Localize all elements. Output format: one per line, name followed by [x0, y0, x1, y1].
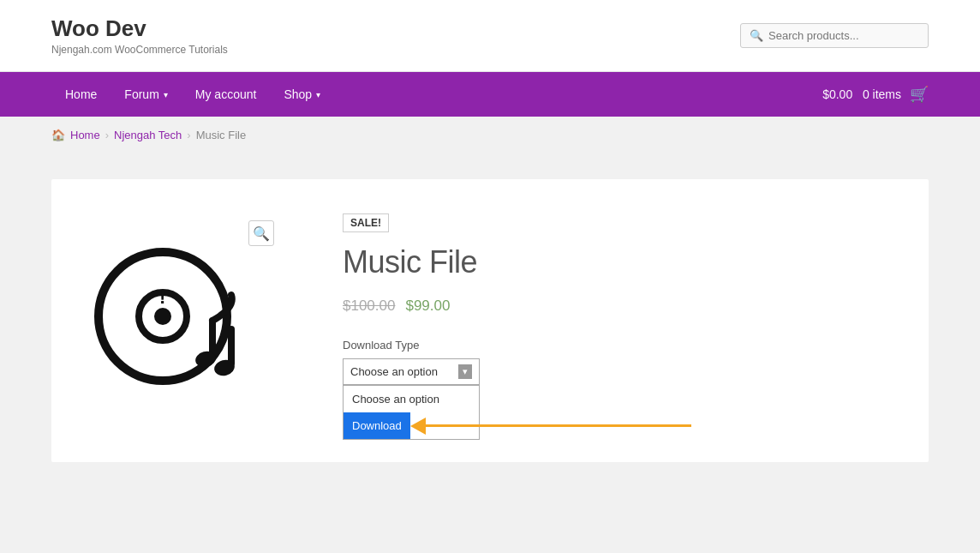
dropdown-item-download-row: Download — [344, 412, 479, 439]
download-type-select[interactable]: Choose an option ▾ — [343, 358, 480, 385]
cart-area[interactable]: $0.00 0 items 🛒 — [822, 85, 929, 104]
select-chevron-icon: ▾ — [458, 364, 472, 379]
breadcrumb-home-link[interactable]: Home — [70, 129, 100, 141]
forum-chevron-icon: ▾ — [164, 90, 168, 99]
music-cd-icon: ! — [86, 222, 257, 394]
search-input[interactable] — [768, 29, 919, 42]
site-header: Woo Dev Njengah.com WooCommerce Tutorial… — [0, 0, 980, 72]
product-info: SALE! Music File $100.00 $99.00 Download… — [343, 213, 903, 428]
breadcrumb-sep-2: › — [187, 129, 190, 141]
sale-badge: SALE! — [343, 213, 389, 232]
breadcrumb: 🏠 Home › Njengah Tech › Music File — [0, 117, 980, 153]
search-box[interactable]: 🔍 — [740, 23, 929, 48]
nav-item-shop[interactable]: Shop ▾ — [270, 72, 334, 117]
dropdown-item-choose[interactable]: Choose an option — [344, 386, 479, 412]
nav-item-myaccount[interactable]: My account — [182, 72, 271, 117]
dropdown-menu: Choose an option Download — [343, 385, 480, 440]
price-area: $100.00 $99.00 — [343, 298, 903, 315]
svg-point-2 — [154, 308, 171, 325]
main-nav: Home Forum ▾ My account Shop ▾ $0.00 0 i… — [0, 72, 980, 117]
orange-arrow — [410, 418, 691, 435]
product-image-area: 🔍 ! — [77, 213, 300, 428]
nav-item-home[interactable]: Home — [51, 72, 111, 117]
cart-price: $0.00 0 items — [822, 87, 901, 101]
arrow-head-icon — [410, 418, 426, 435]
arrow-line — [426, 424, 691, 427]
breadcrumb-sep-1: › — [105, 129, 109, 141]
shop-chevron-icon: ▾ — [316, 90, 320, 99]
sale-price: $99.00 — [405, 298, 450, 315]
product-card: 🔍 ! — [51, 179, 929, 462]
search-icon: 🔍 — [750, 29, 763, 42]
site-logo: Woo Dev Njengah.com WooCommerce Tutorial… — [51, 15, 228, 56]
svg-text:!: ! — [159, 286, 165, 308]
dropdown-item-download[interactable]: Download — [344, 412, 410, 439]
breadcrumb-njengah-link[interactable]: Njengah Tech — [114, 129, 182, 141]
site-name: Woo Dev — [51, 15, 228, 42]
cart-icon: 🛒 — [910, 85, 929, 104]
site-tagline: Njengah.com WooCommerce Tutorials — [51, 44, 228, 56]
main-content: 🔍 ! — [0, 153, 980, 514]
product-image: ! — [77, 213, 266, 402]
breadcrumb-current: Music File — [196, 129, 247, 141]
nav-item-forum[interactable]: Forum ▾ — [111, 72, 181, 117]
original-price: $100.00 — [343, 298, 395, 315]
home-icon: 🏠 — [51, 129, 65, 141]
download-type-select-container: Choose an option ▾ Choose an option Down… — [343, 358, 480, 385]
product-title: Music File — [343, 244, 903, 280]
nav-left: Home Forum ▾ My account Shop ▾ — [51, 72, 334, 117]
zoom-button[interactable]: 🔍 — [248, 220, 274, 246]
select-box-text: Choose an option — [350, 365, 438, 378]
download-type-label: Download Type — [343, 339, 903, 352]
